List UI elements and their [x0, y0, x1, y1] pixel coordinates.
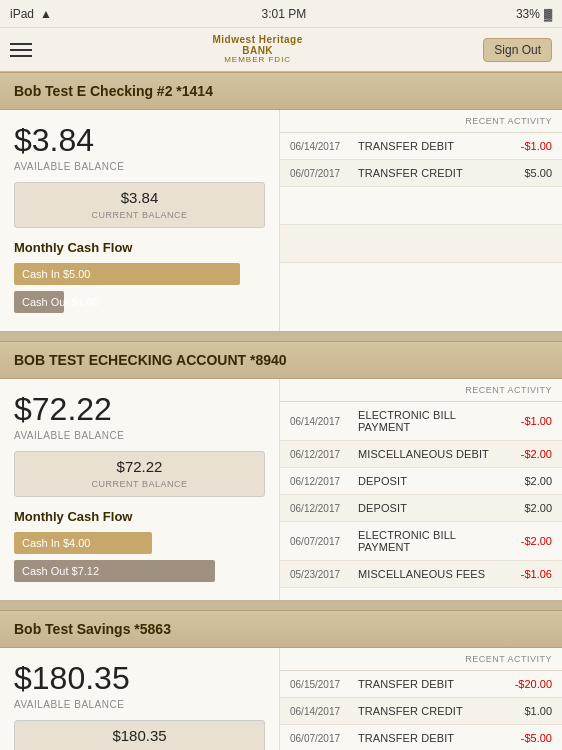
activity-row: 06/15/2017 TRANSFER DEBIT -$20.00 — [280, 671, 562, 698]
activity-date: 06/12/2017 — [290, 503, 358, 514]
sign-out-button[interactable]: Sign Out — [483, 38, 552, 62]
activity-amount: $2.00 — [504, 475, 552, 487]
activity-date: 05/23/2017 — [290, 569, 358, 580]
activity-amount: $1.00 — [504, 705, 552, 717]
account-header-checking1: Bob Test E Checking #2 *1414 — [0, 72, 562, 110]
cash-flow-title: Monthly Cash Flow — [14, 509, 265, 524]
account-header-checking2: BOB TEST ECHECKING ACCOUNT *8940 — [0, 341, 562, 379]
activity-desc: MISCELLANEOUS FEES — [358, 568, 504, 580]
activity-date: 06/12/2017 — [290, 449, 358, 460]
available-balance-label: AVAILABLE BALANCE — [14, 430, 265, 441]
cash-out-bar: Cash Out $7.12 — [14, 560, 215, 582]
activity-date: 06/07/2017 — [290, 733, 358, 744]
recent-activity-header: RECENT ACTIVITY — [280, 648, 562, 671]
status-time: 3:01 PM — [262, 7, 307, 21]
current-balance-label: CURRENT BALANCE — [92, 210, 188, 220]
activity-desc: ELECTRONIC BILL PAYMENT — [358, 529, 504, 553]
cash-out-row: Cash Out $7.12 — [14, 560, 265, 582]
empty-row — [280, 187, 562, 225]
activity-row: 06/14/2017 TRANSFER CREDIT $1.00 — [280, 698, 562, 725]
accounts-container: Bob Test E Checking #2 *1414 $3.84 AVAIL… — [0, 72, 562, 750]
activity-date: 06/14/2017 — [290, 141, 358, 152]
wifi-icon: ▲ — [40, 7, 52, 21]
carrier-label: iPad — [10, 7, 34, 21]
top-nav: Midwest Heritage BANK MEMBER FDIC Sign O… — [0, 28, 562, 72]
activity-row: 06/12/2017 MISCELLANEOUS DEBIT -$2.00 — [280, 441, 562, 468]
activity-row: 06/12/2017 DEPOSIT $2.00 — [280, 495, 562, 522]
activity-row: 06/07/2017 ELECTRONIC BILL PAYMENT -$2.0… — [280, 522, 562, 561]
current-balance-amount: $72.22 — [21, 458, 258, 475]
activity-amount: $5.00 — [504, 167, 552, 179]
recent-activity-header: RECENT ACTIVITY — [280, 379, 562, 402]
activity-desc: ELECTRONIC BILL PAYMENT — [358, 409, 504, 433]
activity-date: 06/14/2017 — [290, 706, 358, 717]
available-balance-label: AVAILABLE BALANCE — [14, 699, 265, 710]
cash-flow-title: Monthly Cash Flow — [14, 240, 265, 255]
cash-out-row: Cash Out $1.00 — [14, 291, 265, 313]
activity-row: 06/07/2017 TRANSFER CREDIT $5.00 — [280, 160, 562, 187]
available-balance-amount: $180.35 — [14, 660, 265, 697]
status-right: 33% ▓ — [516, 7, 552, 21]
available-balance-amount: $72.22 — [14, 391, 265, 428]
activity-amount: -$1.06 — [504, 568, 552, 580]
current-balance-box: $72.22 CURRENT BALANCE — [14, 451, 265, 497]
recent-activity-header: RECENT ACTIVITY — [280, 110, 562, 133]
activity-desc: TRANSFER DEBIT — [358, 678, 504, 690]
bank-logo: Midwest Heritage BANK MEMBER FDIC — [213, 34, 303, 65]
cash-in-bar: Cash In $5.00 — [14, 263, 240, 285]
cash-in-row: Cash In $4.00 — [14, 532, 265, 554]
bank-name-sub: MEMBER FDIC — [213, 56, 303, 65]
activity-amount: -$2.00 — [504, 448, 552, 460]
activity-date: 06/15/2017 — [290, 679, 358, 690]
activity-desc: TRANSFER DEBIT — [358, 732, 504, 744]
activity-row: 06/12/2017 DEPOSIT $2.00 — [280, 468, 562, 495]
account-body-checking1: $3.84 AVAILABLE BALANCE $3.84 CURRENT BA… — [0, 110, 562, 333]
account-left-savings: $180.35 AVAILABLE BALANCE $180.35 CURREN… — [0, 648, 280, 750]
account-left-checking1: $3.84 AVAILABLE BALANCE $3.84 CURRENT BA… — [0, 110, 280, 331]
status-left: iPad ▲ — [10, 7, 52, 21]
current-balance-amount: $3.84 — [21, 189, 258, 206]
activity-row: 06/07/2017 TRANSFER DEBIT -$5.00 — [280, 725, 562, 750]
activity-desc: DEPOSIT — [358, 502, 504, 514]
activity-amount: -$1.00 — [504, 415, 552, 427]
activity-date: 06/14/2017 — [290, 416, 358, 427]
status-bar: iPad ▲ 3:01 PM 33% ▓ — [0, 0, 562, 28]
current-balance-box: $3.84 CURRENT BALANCE — [14, 182, 265, 228]
account-right-checking2: RECENT ACTIVITY 06/14/2017 ELECTRONIC BI… — [280, 379, 562, 600]
available-balance-amount: $3.84 — [14, 122, 265, 159]
account-section-checking1: Bob Test E Checking #2 *1414 $3.84 AVAIL… — [0, 72, 562, 333]
current-balance-amount: $180.35 — [21, 727, 258, 744]
cash-in-bar: Cash In $4.00 — [14, 532, 152, 554]
activity-amount: $2.00 — [504, 502, 552, 514]
account-left-checking2: $72.22 AVAILABLE BALANCE $72.22 CURRENT … — [0, 379, 280, 600]
account-right-checking1: RECENT ACTIVITY 06/14/2017 TRANSFER DEBI… — [280, 110, 562, 331]
cash-in-row: Cash In $5.00 — [14, 263, 265, 285]
available-balance-label: AVAILABLE BALANCE — [14, 161, 265, 172]
account-section-checking2: BOB TEST ECHECKING ACCOUNT *8940 $72.22 … — [0, 341, 562, 602]
battery-label: 33% — [516, 7, 540, 21]
activity-row: 06/14/2017 ELECTRONIC BILL PAYMENT -$1.0… — [280, 402, 562, 441]
activity-row: 06/14/2017 TRANSFER DEBIT -$1.00 — [280, 133, 562, 160]
current-balance-box: $180.35 CURRENT BALANCE — [14, 720, 265, 750]
activity-amount: -$5.00 — [504, 732, 552, 744]
account-header-savings: Bob Test Savings *5863 — [0, 610, 562, 648]
activity-desc: TRANSFER DEBIT — [358, 140, 504, 152]
account-body-savings: $180.35 AVAILABLE BALANCE $180.35 CURREN… — [0, 648, 562, 750]
cash-out-bar: Cash Out $1.00 — [14, 291, 64, 313]
current-balance-label: CURRENT BALANCE — [92, 479, 188, 489]
activity-date: 06/12/2017 — [290, 476, 358, 487]
activity-desc: TRANSFER CREDIT — [358, 705, 504, 717]
account-right-savings: RECENT ACTIVITY 06/15/2017 TRANSFER DEBI… — [280, 648, 562, 750]
activity-amount: -$2.00 — [504, 535, 552, 547]
battery-icon: ▓ — [544, 8, 552, 20]
empty-row — [280, 225, 562, 263]
activity-row: 05/23/2017 MISCELLANEOUS FEES -$1.06 — [280, 561, 562, 588]
activity-amount: -$20.00 — [504, 678, 552, 690]
account-section-savings: Bob Test Savings *5863 $180.35 AVAILABLE… — [0, 610, 562, 750]
activity-desc: DEPOSIT — [358, 475, 504, 487]
activity-date: 06/07/2017 — [290, 168, 358, 179]
activity-desc: MISCELLANEOUS DEBIT — [358, 448, 504, 460]
hamburger-menu[interactable] — [10, 43, 32, 57]
activity-desc: TRANSFER CREDIT — [358, 167, 504, 179]
bank-name-line1: Midwest Heritage — [213, 34, 303, 45]
